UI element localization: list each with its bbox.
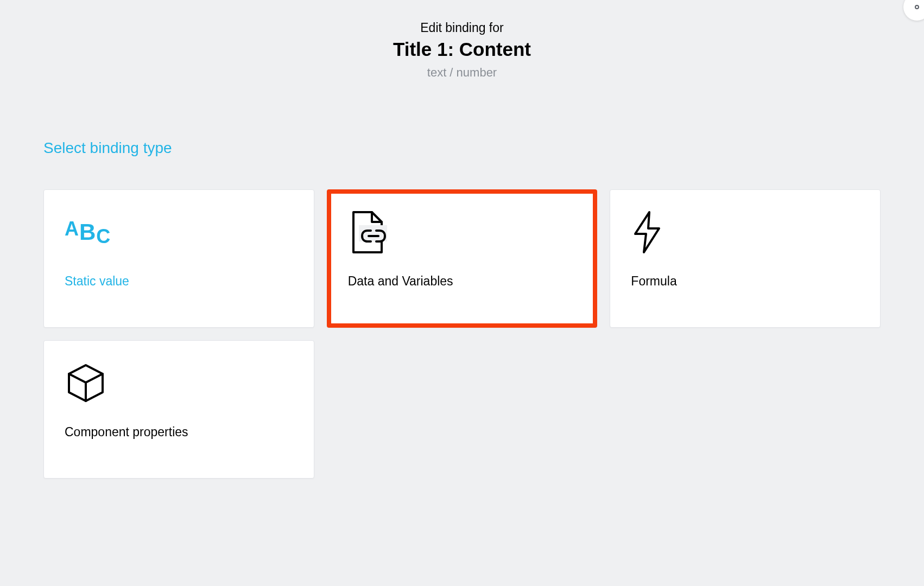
cube-icon bbox=[65, 362, 293, 403]
binding-editor: Edit binding for Title 1: Content text /… bbox=[0, 0, 924, 499]
card-formula[interactable]: Formula bbox=[610, 189, 881, 328]
card-component-properties[interactable]: Component properties bbox=[43, 340, 314, 479]
section-label: Select binding type bbox=[43, 139, 881, 157]
file-link-icon bbox=[348, 212, 577, 252]
svg-point-0 bbox=[915, 5, 919, 9]
lightning-icon bbox=[631, 212, 859, 252]
card-data-and-variables[interactable]: Data and Variables bbox=[327, 189, 598, 328]
header-subtitle: text / number bbox=[43, 66, 881, 80]
abc-icon: ABC bbox=[65, 212, 293, 252]
card-label: Data and Variables bbox=[348, 274, 577, 289]
card-label: Static value bbox=[65, 274, 293, 289]
header: Edit binding for Title 1: Content text /… bbox=[43, 21, 881, 80]
header-title: Title 1: Content bbox=[43, 39, 881, 60]
binding-type-grid: ABC Static value Data and Variables bbox=[43, 189, 881, 479]
header-prefix: Edit binding for bbox=[43, 21, 881, 35]
card-label: Component properties bbox=[65, 425, 293, 440]
card-static-value[interactable]: ABC Static value bbox=[43, 189, 314, 328]
card-label: Formula bbox=[631, 274, 859, 289]
